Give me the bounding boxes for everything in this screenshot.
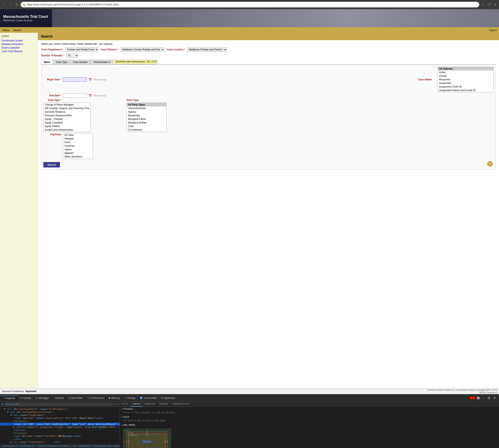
court-dept-select[interactable]: Probate and Family Court bbox=[65, 47, 98, 52]
tab-ticket[interactable]: Ticket/Citation # bbox=[91, 60, 113, 64]
city-agawam[interactable]: Agawam bbox=[63, 151, 93, 155]
styles-tab-changes[interactable]: Changes bbox=[157, 402, 170, 407]
status-active[interactable]: Active bbox=[438, 71, 493, 74]
end-date-calendar-icon[interactable]: 📅 bbox=[89, 94, 92, 97]
devtools-tab-application[interactable]: ⊞ Application bbox=[159, 396, 177, 400]
devtools-tab-style-editor[interactable]: {} Style Editor bbox=[66, 396, 85, 400]
case-type-dr-custody[interactable]: DR Custody, Support, and Parenting Time bbox=[44, 107, 91, 110]
num-results-select[interactable]: 75 bbox=[66, 53, 78, 58]
tab-name[interactable]: Name bbox=[41, 60, 53, 64]
inspector-icon: ⬡ bbox=[3, 397, 5, 400]
party-admin[interactable]: Administrator/trix bbox=[127, 107, 166, 110]
inspector-label: Inspector bbox=[6, 397, 16, 400]
breadcrumb-form-element[interactable]: div.formElement bbox=[73, 445, 91, 447]
devtools-tab-inspector[interactable]: ⬡ Inspector bbox=[1, 396, 17, 400]
breadcrumb-input[interactable]: input#id55.date.hasDatepicker bbox=[94, 445, 120, 447]
devtools-tab-console[interactable]: ⊡ Console bbox=[18, 396, 33, 400]
padding-right: 2 bbox=[165, 441, 166, 443]
tab-case-type[interactable]: Case Type bbox=[53, 60, 70, 64]
sidebar-link-courthouse[interactable]: Courthouse Locator bbox=[1, 39, 36, 42]
html-search-input[interactable] bbox=[5, 403, 112, 406]
status-suspended[interactable]: Suspended bbox=[438, 81, 493, 85]
styles-tab-layout[interactable]: Layout bbox=[130, 402, 142, 407]
grid-section-header[interactable]: ▶ Grid bbox=[120, 415, 499, 419]
case-type-domestic[interactable]: Domestic Relations bbox=[44, 110, 91, 114]
court-div-select[interactable]: Middlesex County Probate and Family Cour… bbox=[121, 47, 164, 52]
footer-bar: eServices Provided by: ēquivant CourtVie… bbox=[0, 388, 499, 394]
devtools-close-button[interactable]: ✕ bbox=[492, 396, 497, 400]
devtools-tab-storage[interactable]: ⬚ Storage bbox=[122, 396, 138, 400]
refresh-button[interactable]: ↻ bbox=[15, 2, 19, 7]
pick-element-icon[interactable]: ⊕ bbox=[1, 403, 3, 406]
status-suspended-covid[interactable]: Suspended-Covid-19 bbox=[438, 85, 493, 89]
begin-date-input[interactable] bbox=[63, 77, 87, 82]
city-alford[interactable]: Alford bbox=[63, 159, 93, 159]
devtools-tabs-bar: ⬡ Inspector ⊡ Console ⚙ Debugger ↕ Netwo… bbox=[0, 394, 499, 402]
address-bar[interactable]: 🔒 https://www.masscourts.org/eservices/s… bbox=[21, 2, 479, 7]
flexbox-section-header[interactable]: ▶ Flexbox bbox=[120, 407, 499, 411]
party-bio-mother[interactable]: Biological Mother bbox=[127, 121, 166, 125]
city-acushnet[interactable]: Acushnet bbox=[63, 144, 93, 148]
status-all[interactable]: All Statuses bbox=[438, 67, 493, 71]
city-list: All Cities Abington Acton Acushnet Adams… bbox=[63, 133, 93, 159]
court-loc-select[interactable]: Middlesex Probate and Family Court bbox=[187, 47, 227, 52]
city-abington[interactable]: Abington bbox=[63, 137, 93, 141]
case-type-equity-complaint[interactable]: Equity Complaint bbox=[44, 121, 91, 125]
status-reopened[interactable]: Reopened bbox=[438, 78, 493, 81]
begin-date-calendar-icon[interactable]: 📅 bbox=[89, 78, 92, 81]
party-beneficiary[interactable]: Beneficiary bbox=[127, 114, 166, 117]
tab-case-number[interactable]: Case Number bbox=[70, 60, 90, 64]
sidebar-link-email[interactable]: Email a Question bbox=[1, 46, 36, 49]
end-date-input[interactable] bbox=[63, 94, 87, 97]
styles-tab-rules[interactable]: Rules bbox=[120, 402, 130, 407]
party-all[interactable]: All Party Types bbox=[127, 103, 166, 107]
flexbox-note: Select a Flex container or item to conti… bbox=[120, 411, 499, 415]
memory-label: Memory bbox=[111, 397, 120, 400]
status-closed[interactable]: Closed bbox=[438, 74, 493, 78]
status-suspended-notices[interactable]: Suspended-Notices sent Covid-19 bbox=[438, 89, 493, 92]
add-node-icon[interactable]: + bbox=[114, 403, 115, 406]
devtools-tab-performance[interactable]: ⏱ Performance bbox=[85, 396, 106, 400]
menu-button[interactable]: ≡ bbox=[493, 2, 497, 8]
case-type-equity-partition[interactable]: Equity – Partition bbox=[44, 117, 91, 121]
case-type-estates[interactable]: Estates and Administration bbox=[44, 128, 91, 132]
devtools-tab-debugger[interactable]: ⚙ Debugger bbox=[33, 396, 51, 400]
city-adams[interactable]: Adams bbox=[63, 148, 93, 151]
devtools-tab-network[interactable]: ↕ Network bbox=[51, 396, 66, 400]
breadcrumb-fieldset[interactable]: div#caseTypeSearchFieldset bbox=[38, 445, 69, 447]
shield-button[interactable]: 🛡 bbox=[487, 2, 492, 7]
party-child[interactable]: Child bbox=[127, 125, 166, 128]
end-date-row: End Date * 📅 MM/dd/yyyy bbox=[43, 94, 494, 97]
nav-logon[interactable]: Log on bbox=[489, 29, 497, 32]
party-co-petitioner[interactable]: Co-Petitioner bbox=[127, 128, 166, 132]
city-acton[interactable]: Acton bbox=[63, 141, 93, 144]
breadcrumb-case-type[interactable]: ≺aseTypeSearch.formElements bbox=[1, 445, 34, 447]
devtools-more-button[interactable]: ··· bbox=[481, 396, 486, 400]
styles-tab-computed[interactable]: Computed bbox=[142, 402, 157, 407]
nav-home[interactable]: Home bbox=[2, 28, 10, 32]
search-button[interactable]: Search bbox=[43, 162, 60, 167]
devtools-tab-memory[interactable]: ◉ Memory bbox=[107, 396, 122, 400]
help-icon[interactable]: ? bbox=[487, 161, 493, 167]
devtools-detach-button[interactable]: ⧉ bbox=[487, 396, 491, 400]
case-type-change-name[interactable]: Change of Name Managed bbox=[44, 103, 91, 107]
styles-tab-compatibility[interactable]: Compatibility bbox=[170, 402, 191, 407]
party-agency[interactable]: Agency bbox=[127, 110, 166, 114]
case-type-equity-petition[interactable]: Equity Petition bbox=[44, 125, 91, 128]
forward-button[interactable]: → bbox=[8, 2, 13, 7]
expand-icon[interactable]: ⤢ bbox=[116, 403, 119, 406]
devtools-tab-accessibility[interactable]: ♿ Accessibility bbox=[138, 396, 158, 400]
asterisk: * bbox=[98, 43, 99, 45]
tree-line-6-selected[interactable]: <input id="id55" class="date hasDatepick… bbox=[0, 423, 120, 426]
sidebar-link-landcourt[interactable]: Land Court Reports bbox=[1, 50, 36, 53]
party-bio-father[interactable]: Biological Father bbox=[127, 117, 166, 121]
city-alella[interactable]: Alella, Barcelona bbox=[63, 155, 93, 159]
back-button[interactable]: ← bbox=[2, 2, 7, 7]
box-model-section-header[interactable]: ▶ Box Model bbox=[120, 423, 499, 427]
begin-date-placeholder: MM/dd/yyyy bbox=[94, 78, 106, 81]
nav-search[interactable]: Search bbox=[13, 28, 22, 32]
city-all[interactable]: All Cities bbox=[63, 133, 93, 137]
sidebar-link-instructions[interactable]: Detailed Instructions bbox=[1, 43, 36, 46]
case-type-domestic-other[interactable]: Domestic Relations/Other bbox=[44, 114, 91, 117]
bookmark-button[interactable]: ☆ bbox=[481, 2, 485, 7]
